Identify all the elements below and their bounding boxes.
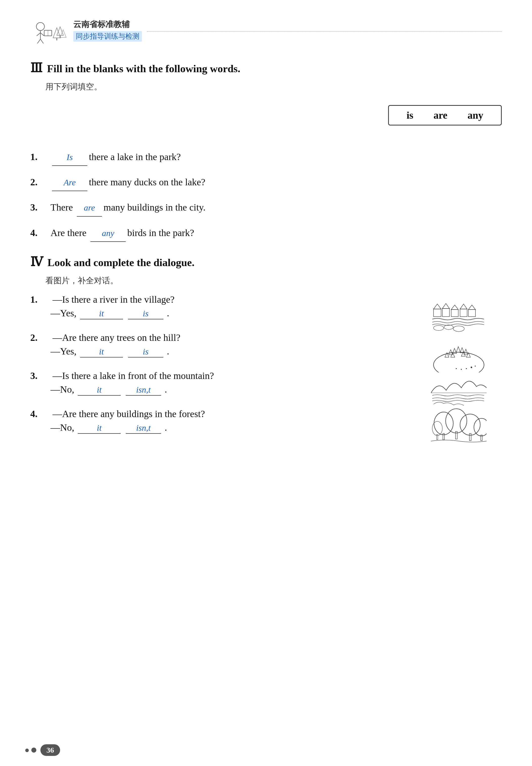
d2-blank2: is bbox=[128, 347, 163, 358]
svg-rect-12 bbox=[60, 35, 61, 38]
svg-rect-47 bbox=[469, 433, 471, 441]
svg-point-23 bbox=[434, 325, 444, 330]
dialogue-1: 1. —Is there a river in the village? —Ye… bbox=[30, 294, 502, 319]
svg-point-26 bbox=[434, 352, 484, 372]
item-2-num: 2. bbox=[30, 173, 50, 191]
header: 云南省标准教辅 同步指导训练与检测 bbox=[30, 15, 502, 45]
svg-point-43 bbox=[460, 414, 480, 435]
d4-suffix: . bbox=[165, 422, 167, 433]
dialogue-3: 3. —Is there a lake in front of the moun… bbox=[30, 370, 502, 396]
d4-num: 4. bbox=[30, 408, 50, 419]
svg-marker-22 bbox=[468, 305, 475, 310]
svg-point-40 bbox=[475, 366, 476, 367]
svg-marker-8 bbox=[53, 28, 61, 38]
dialogue-4: 4. —Are there any buildings in the fores… bbox=[30, 408, 502, 434]
svg-marker-10 bbox=[60, 30, 66, 37]
svg-line-3 bbox=[40, 33, 44, 36]
word-is: is bbox=[407, 109, 413, 121]
d3-suffix: . bbox=[165, 384, 167, 395]
item-1-num: 1. bbox=[30, 148, 50, 165]
svg-rect-15 bbox=[442, 309, 449, 317]
word-box-wrapper: is are any bbox=[30, 100, 502, 136]
item-3-before: There bbox=[50, 199, 73, 216]
item-1-after: there a lake in the park? bbox=[89, 148, 181, 165]
svg-line-2 bbox=[37, 33, 40, 36]
section-iv: Ⅳ Look and complete the dialogue. 看图片，补全… bbox=[30, 254, 502, 434]
section-iii-cn: 用下列词填空。 bbox=[45, 81, 502, 92]
dotted-line bbox=[147, 31, 502, 32]
svg-rect-17 bbox=[451, 310, 458, 317]
svg-point-24 bbox=[444, 325, 453, 329]
svg-point-36 bbox=[456, 368, 457, 369]
d2-prefix: —Yes, bbox=[50, 346, 77, 357]
svg-marker-29 bbox=[456, 347, 460, 352]
d3-blank1: it bbox=[78, 385, 121, 396]
section3-item-3: 3. There are many buildings in the city. bbox=[30, 199, 502, 216]
word-are: are bbox=[434, 109, 447, 121]
svg-marker-18 bbox=[451, 305, 458, 310]
d2-suffix: . bbox=[167, 346, 169, 357]
word-any: any bbox=[468, 109, 483, 121]
d1-prefix: —Yes, bbox=[50, 308, 77, 319]
section3-item-2: 2. Are there many ducks on the lake? bbox=[30, 173, 502, 191]
d4-blank2: isn,t bbox=[126, 423, 161, 434]
item-4-num: 4. bbox=[30, 224, 50, 241]
section-iv-number: Ⅳ bbox=[30, 254, 43, 269]
section-iv-title: Look and complete the dialogue. bbox=[47, 257, 194, 269]
header-text: 云南省标准教辅 同步指导训练与检测 bbox=[73, 19, 142, 42]
d1-question: —Is there a river in the village? bbox=[53, 294, 174, 305]
section-iii: Ⅲ Fill in the blanks with the following … bbox=[30, 61, 502, 242]
d4-blank1: it bbox=[78, 423, 121, 434]
svg-point-42 bbox=[446, 409, 467, 433]
d3-image bbox=[431, 370, 487, 410]
item-4-after: birds in the park? bbox=[127, 224, 194, 241]
item-4-blank: any bbox=[90, 225, 126, 242]
d3-num: 3. bbox=[30, 370, 50, 381]
d1-suffix: . bbox=[167, 308, 169, 319]
section-iii-title: Fill in the blanks with the following wo… bbox=[47, 63, 240, 75]
item-2-after: there many ducks on the lake? bbox=[89, 173, 205, 191]
d1-num: 1. bbox=[30, 294, 50, 305]
d2-num: 2. bbox=[30, 332, 50, 343]
svg-rect-21 bbox=[468, 310, 475, 317]
header-subtitle: 同步指导训练与检测 bbox=[73, 31, 142, 42]
section-iv-heading: Ⅳ Look and complete the dialogue. bbox=[30, 254, 502, 269]
item-3-blank: are bbox=[77, 200, 102, 216]
svg-rect-45 bbox=[443, 433, 444, 440]
svg-marker-20 bbox=[460, 304, 467, 309]
svg-point-39 bbox=[471, 367, 472, 368]
svg-point-41 bbox=[434, 412, 453, 435]
d2-blank1: it bbox=[80, 347, 123, 358]
section-iii-heading: Ⅲ Fill in the blanks with the following … bbox=[30, 61, 502, 75]
d3-prefix: —No, bbox=[50, 384, 74, 395]
svg-point-25 bbox=[453, 326, 464, 331]
section3-item-1: 1. Is there a lake in the park? bbox=[30, 148, 502, 166]
svg-point-37 bbox=[461, 369, 462, 370]
d4-image bbox=[431, 408, 487, 451]
svg-marker-14 bbox=[434, 304, 441, 309]
d2-question: —Are there any trees on the hill? bbox=[53, 332, 180, 343]
d2-image bbox=[431, 332, 487, 375]
svg-rect-46 bbox=[455, 431, 457, 439]
page-number: 36 bbox=[40, 744, 60, 756]
d4-question: —Are there any buildings in the forest? bbox=[53, 408, 205, 419]
item-4-before: Are there bbox=[50, 224, 86, 241]
d1-blank1: it bbox=[80, 309, 123, 319]
footer: 36 bbox=[25, 744, 60, 756]
svg-point-0 bbox=[36, 22, 44, 31]
dot-2 bbox=[31, 748, 36, 753]
svg-marker-31 bbox=[464, 349, 468, 354]
svg-rect-13 bbox=[434, 309, 441, 317]
item-3-num: 3. bbox=[30, 199, 50, 216]
section3-item-4: 4. Are there any birds in the park? bbox=[30, 224, 502, 242]
section-iv-cn: 看图片，补全对话。 bbox=[45, 275, 502, 286]
dialogue-2: 2. —Are there any trees on the hill? —Ye… bbox=[30, 332, 502, 358]
section-iii-number: Ⅲ bbox=[30, 61, 42, 75]
d1-image bbox=[431, 294, 487, 334]
d4-prefix: —No, bbox=[50, 422, 74, 433]
word-box: is are any bbox=[388, 105, 502, 125]
svg-line-5 bbox=[40, 39, 43, 43]
d3-question: —Is there a lake in front of the mountai… bbox=[53, 370, 214, 381]
footer-dots bbox=[25, 748, 36, 753]
d3-blank2: isn,t bbox=[126, 385, 161, 396]
